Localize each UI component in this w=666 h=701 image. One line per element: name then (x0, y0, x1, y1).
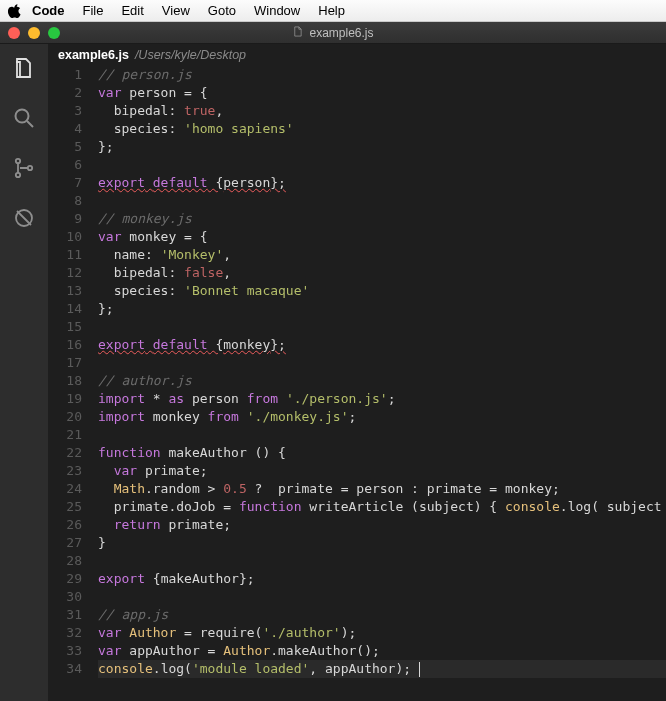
code-editor[interactable]: 1234567891011121314151617181920212223242… (48, 66, 666, 701)
debug-icon[interactable] (10, 204, 38, 232)
window-controls (8, 27, 60, 39)
line-number: 4 (48, 120, 82, 138)
menubar-item-window[interactable]: Window (254, 3, 300, 18)
line-number: 25 (48, 498, 82, 516)
code-line[interactable]: species: 'Bonnet macaque' (98, 282, 666, 300)
code-line[interactable]: import monkey from './monkey.js'; (98, 408, 666, 426)
line-number: 11 (48, 246, 82, 264)
file-icon (292, 25, 303, 41)
code-line[interactable]: function makeAuthor () { (98, 444, 666, 462)
breadcrumb: example6.js /Users/kyle/Desktop (48, 44, 666, 66)
code-line[interactable]: }; (98, 138, 666, 156)
code-line[interactable]: name: 'Monkey', (98, 246, 666, 264)
svg-point-3 (16, 173, 20, 177)
menubar-item-goto[interactable]: Goto (208, 3, 236, 18)
code-line[interactable] (98, 426, 666, 444)
line-number: 13 (48, 282, 82, 300)
code-line[interactable] (98, 552, 666, 570)
line-number: 34 (48, 660, 82, 678)
svg-line-1 (27, 121, 33, 127)
line-number: 27 (48, 534, 82, 552)
line-number: 32 (48, 624, 82, 642)
code-line[interactable]: // monkey.js (98, 210, 666, 228)
code-line[interactable]: import * as person from './person.js'; (98, 390, 666, 408)
code-line[interactable]: var monkey = { (98, 228, 666, 246)
svg-point-4 (28, 166, 32, 170)
line-number: 2 (48, 84, 82, 102)
search-icon[interactable] (10, 104, 38, 132)
line-number: 24 (48, 480, 82, 498)
line-number: 7 (48, 174, 82, 192)
code-content[interactable]: // person.jsvar person = { bipedal: true… (98, 66, 666, 701)
breadcrumb-filename: example6.js (58, 48, 129, 62)
line-number: 14 (48, 300, 82, 318)
line-number: 5 (48, 138, 82, 156)
code-line[interactable]: var primate; (98, 462, 666, 480)
code-line[interactable]: bipedal: false, (98, 264, 666, 282)
svg-point-0 (16, 110, 29, 123)
code-line[interactable]: // author.js (98, 372, 666, 390)
code-line[interactable]: species: 'homo sapiens' (98, 120, 666, 138)
line-number: 21 (48, 426, 82, 444)
code-line[interactable]: var Author = require('./author'); (98, 624, 666, 642)
code-line[interactable]: return primate; (98, 516, 666, 534)
line-number: 17 (48, 354, 82, 372)
code-line[interactable]: } (98, 534, 666, 552)
apple-logo-icon[interactable] (8, 4, 22, 18)
code-line[interactable]: Math.random > 0.5 ? primate = person : p… (98, 480, 666, 498)
line-number: 12 (48, 264, 82, 282)
window-zoom-button[interactable] (48, 27, 60, 39)
line-number: 16 (48, 336, 82, 354)
svg-point-2 (16, 159, 20, 163)
code-line[interactable]: export default {monkey}; (98, 336, 666, 354)
code-line[interactable]: primate.doJob = function writeArticle (s… (98, 498, 666, 516)
window-minimize-button[interactable] (28, 27, 40, 39)
line-number: 9 (48, 210, 82, 228)
line-number: 22 (48, 444, 82, 462)
code-line[interactable]: export default {person}; (98, 174, 666, 192)
code-line[interactable]: // app.js (98, 606, 666, 624)
line-number: 10 (48, 228, 82, 246)
breadcrumb-path: /Users/kyle/Desktop (135, 48, 246, 62)
line-number: 1 (48, 66, 82, 84)
line-number: 18 (48, 372, 82, 390)
window-titlebar: example6.js (0, 22, 666, 44)
activity-bar (0, 44, 48, 701)
line-number: 33 (48, 642, 82, 660)
code-line[interactable]: bipedal: true, (98, 102, 666, 120)
line-number: 8 (48, 192, 82, 210)
explorer-icon[interactable] (10, 54, 38, 82)
line-number-gutter: 1234567891011121314151617181920212223242… (48, 66, 98, 701)
line-number: 31 (48, 606, 82, 624)
line-number: 23 (48, 462, 82, 480)
menubar-item-file[interactable]: File (83, 3, 104, 18)
line-number: 29 (48, 570, 82, 588)
line-number: 19 (48, 390, 82, 408)
code-line[interactable] (98, 588, 666, 606)
code-line[interactable]: var appAuthor = Author.makeAuthor(); (98, 642, 666, 660)
code-line[interactable]: var person = { (98, 84, 666, 102)
line-number: 26 (48, 516, 82, 534)
code-line[interactable] (98, 156, 666, 174)
window-title: example6.js (309, 26, 373, 40)
code-line[interactable] (98, 318, 666, 336)
menubar-item-edit[interactable]: Edit (121, 3, 143, 18)
line-number: 3 (48, 102, 82, 120)
source-control-icon[interactable] (10, 154, 38, 182)
macos-menubar: Code File Edit View Goto Window Help (0, 0, 666, 22)
code-line[interactable] (98, 192, 666, 210)
line-number: 30 (48, 588, 82, 606)
code-line[interactable]: console.log('module loaded', appAuthor); (98, 660, 666, 678)
code-line[interactable]: }; (98, 300, 666, 318)
code-line[interactable]: export {makeAuthor}; (98, 570, 666, 588)
line-number: 20 (48, 408, 82, 426)
code-line[interactable] (98, 354, 666, 372)
editor-column: example6.js /Users/kyle/Desktop 12345678… (48, 44, 666, 701)
menubar-item-app[interactable]: Code (32, 3, 65, 18)
window-close-button[interactable] (8, 27, 20, 39)
menubar-item-help[interactable]: Help (318, 3, 345, 18)
code-line[interactable]: // person.js (98, 66, 666, 84)
menubar-item-view[interactable]: View (162, 3, 190, 18)
line-number: 28 (48, 552, 82, 570)
line-number: 6 (48, 156, 82, 174)
